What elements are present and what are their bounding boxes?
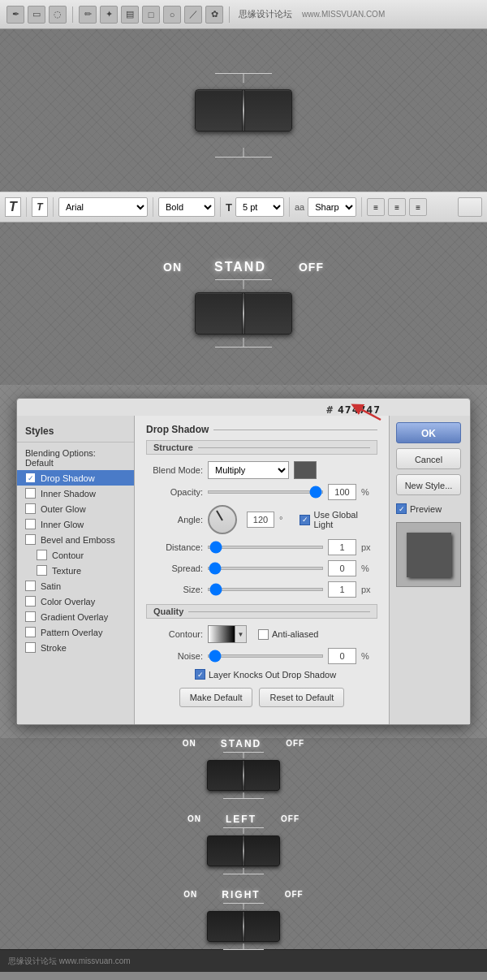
hash-symbol: #: [326, 404, 333, 416]
pattern-overlay-checkbox[interactable]: [25, 627, 36, 637]
sidebar-item-bevel-emboss[interactable]: Bevel and Emboss: [17, 532, 134, 547]
sidebar-item-blending[interactable]: Blending Options: Default: [17, 446, 134, 470]
quality-section: Quality Contour: ▼ Anti-aliased: [146, 604, 377, 680]
contour-dropdown-btn[interactable]: ▼: [235, 625, 247, 643]
sidebar-item-drop-shadow[interactable]: ✓ Drop Shadow: [17, 470, 134, 486]
quality-subsection-title: Quality: [146, 604, 377, 619]
font-style-select[interactable]: Bold: [158, 197, 215, 217]
use-global-light-checkbox[interactable]: ✓: [300, 515, 310, 525]
color-overlay-label: Color Overlay: [41, 597, 95, 607]
angle-row: Angle: 120 ° ✓ Use Global Light: [146, 505, 377, 534]
font-family-select[interactable]: Arial: [58, 197, 148, 217]
size-unit: px: [361, 585, 377, 594]
spread-slider[interactable]: [208, 567, 323, 570]
angle-value[interactable]: 120: [247, 512, 274, 528]
outer-glow-checkbox[interactable]: [25, 503, 36, 514]
font-size-select[interactable]: 5 pt: [235, 197, 284, 217]
anti-aliased-label[interactable]: Anti-aliased: [258, 629, 318, 640]
noise-row: Noise: 0 %: [146, 648, 377, 664]
contour-preview[interactable]: [208, 625, 235, 643]
angle-dial[interactable]: [208, 505, 237, 534]
line-icon[interactable]: ／: [184, 6, 202, 24]
sidebar-item-pattern-overlay[interactable]: Pattern Overlay: [17, 624, 134, 640]
spread-value[interactable]: 0: [328, 560, 356, 576]
gradient-overlay-checkbox[interactable]: [25, 611, 36, 622]
inner-shadow-checkbox[interactable]: [25, 488, 36, 499]
opacity-value[interactable]: 100: [328, 484, 356, 500]
rect2-icon[interactable]: □: [142, 6, 160, 24]
stroke-checkbox[interactable]: [25, 642, 36, 653]
align-center-button[interactable]: ≡: [388, 198, 406, 216]
opacity-slider[interactable]: [208, 490, 323, 494]
sidebar-item-stroke[interactable]: Stroke: [17, 640, 134, 655]
rect-tool-icon[interactable]: ▭: [28, 6, 45, 24]
custom-icon[interactable]: ✿: [205, 6, 223, 24]
blend-color-swatch[interactable]: [294, 461, 317, 479]
size-value[interactable]: 1: [328, 581, 356, 598]
top-toolbar: ✒ ▭ ◌ ✏ ✦ ▤ □ ○ ／ ✿ 思缘设计论坛 www.MISSVUAN.…: [0, 0, 487, 29]
canvas-area-1: [0, 29, 487, 192]
color-swatch-toolbar[interactable]: [458, 197, 482, 217]
switch-row-stand: ON STAND OFF: [183, 738, 304, 799]
satin-checkbox[interactable]: [25, 581, 36, 591]
bevel-emboss-label: Bevel and Emboss: [41, 535, 115, 545]
size-slider[interactable]: [208, 588, 323, 591]
size-label: Size:: [146, 585, 203, 594]
preview-label[interactable]: ✓ Preview: [396, 503, 463, 514]
sidebar-item-contour[interactable]: Contour: [17, 547, 134, 563]
switch-stand-label: STAND: [221, 738, 261, 749]
switch-on-label-2: ON: [187, 814, 201, 823]
blend-mode-select[interactable]: Multiply: [208, 461, 289, 479]
tt-sep-1: [26, 197, 27, 217]
toggle-widget-2: ON STAND OFF: [163, 260, 324, 348]
site-logo-text: 思缘设计论坛: [239, 8, 292, 20]
anti-aliased-checkbox[interactable]: [258, 629, 269, 640]
sidebar-item-inner-glow[interactable]: Inner Glow: [17, 516, 134, 532]
opacity-row: Opacity: 100 %: [146, 484, 377, 500]
sidebar-item-color-overlay[interactable]: Color Overlay: [17, 594, 134, 609]
sidebar-item-gradient-overlay[interactable]: Gradient Overlay: [17, 609, 134, 624]
pen2-tool-icon[interactable]: ✏: [79, 6, 97, 24]
drop-shadow-checkbox[interactable]: ✓: [25, 473, 36, 483]
layer-knocks-label[interactable]: ✓ Layer Knocks Out Drop Shadow: [195, 669, 336, 680]
bevel-emboss-checkbox[interactable]: [25, 534, 36, 545]
pen-tool-icon[interactable]: ✒: [6, 6, 24, 24]
sidebar-item-inner-shadow[interactable]: Inner Shadow: [17, 486, 134, 501]
text-type2-icon[interactable]: T: [32, 197, 48, 217]
switch-row-left: ON LEFT OFF: [187, 814, 300, 874]
tt-sep-4: [220, 197, 221, 217]
texture-checkbox[interactable]: [37, 565, 47, 576]
lasso-tool-icon[interactable]: ◌: [49, 6, 67, 24]
dialog-main: Drop Shadow Structure Blend Mode: Multip…: [135, 416, 389, 724]
anti-alias-select[interactable]: Sharp: [308, 197, 356, 217]
text-toolbar: T T Arial Bold T 5 pt aa Sharp ≡ ≡ ≡: [0, 192, 487, 222]
preview-checkbox[interactable]: ✓: [396, 503, 407, 514]
use-global-light-label[interactable]: ✓ Use Global Light: [300, 510, 377, 529]
distance-value[interactable]: 1: [328, 539, 356, 555]
dialog-sidebar: Styles Blending Options: Default ✓ Drop …: [17, 416, 135, 724]
color-overlay-checkbox[interactable]: [25, 596, 36, 607]
text-type-icon[interactable]: T: [5, 197, 21, 217]
fill-icon[interactable]: ▤: [121, 6, 139, 24]
sidebar-item-satin[interactable]: Satin: [17, 578, 134, 594]
inner-glow-checkbox[interactable]: [25, 519, 36, 529]
noise-value[interactable]: 0: [328, 648, 356, 664]
inner-glow-label: Inner Glow: [41, 520, 84, 529]
align-right-button[interactable]: ≡: [409, 198, 427, 216]
sidebar-item-texture[interactable]: Texture: [17, 563, 134, 578]
align-left-button[interactable]: ≡: [367, 198, 385, 216]
reset-to-default-button[interactable]: Reset to Default: [259, 688, 344, 707]
cancel-button[interactable]: Cancel: [396, 448, 461, 469]
distance-slider[interactable]: [208, 546, 323, 549]
layer-knocks-checkbox[interactable]: ✓: [195, 669, 205, 680]
sidebar-item-outer-glow[interactable]: Outer Glow: [17, 501, 134, 516]
contour-checkbox[interactable]: [37, 550, 47, 560]
new-style-button[interactable]: New Style...: [396, 474, 461, 495]
brush-tool-icon[interactable]: ✦: [100, 6, 118, 24]
ok-button[interactable]: OK: [396, 422, 461, 443]
make-default-button[interactable]: Make Default: [179, 688, 253, 707]
distance-slider-container: [208, 546, 323, 549]
layer-style-dialog: # 474747 Styles Blending Options: Defaul…: [16, 398, 471, 725]
noise-slider[interactable]: [208, 654, 323, 658]
ellipse-icon[interactable]: ○: [163, 6, 181, 24]
